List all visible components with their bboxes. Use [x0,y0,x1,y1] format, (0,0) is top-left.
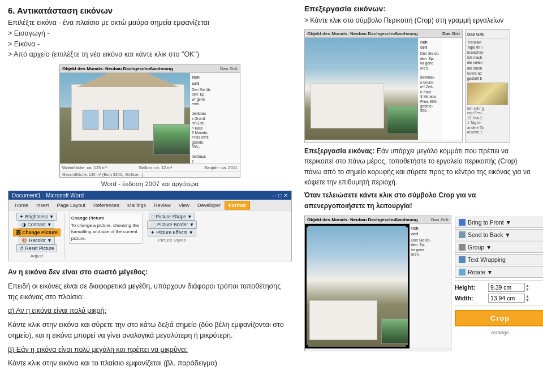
crop-corner-tr[interactable] [406,224,410,227]
sub-a-title: α) Αν η εικόνα είναι πολύ μικρή: [8,305,292,316]
right-img-caption: Das Highlight dieser wunderschönen Woh- … [305,140,462,143]
right-main-image: Objekt des Monats: Neubau Dachgeschoßwoh… [304,29,463,143]
crop-building-photo [305,224,410,348]
ribbon-tabs: Home Insert Page Layout References Maili… [8,200,291,210]
width-input[interactable] [488,294,525,303]
tool-divider [455,280,543,281]
toolbar-group-picture-styles: □ Picture Shape ▼ ⬜ Picture Border ▼ ✦ P… [147,213,200,243]
crop-final-instruction: Όταν τελειώσετε κάντε κλικ στο σύμβολο C… [304,190,536,211]
styles-buttons-2: ⬜ Picture Border ▼ [147,221,197,229]
send-back-icon [459,231,466,238]
change-picture-btn[interactable]: 🖼 Change Picture [13,229,61,236]
width-row: Width: ▲ ▼ [455,294,543,303]
sidebar-rich: richcelt [420,40,439,51]
image-sidebar-text: richcelt Den Sie üb-den: Ep.wr geneeren.… [190,73,240,163]
styles-buttons-1: □ Picture Shape ▼ [149,213,195,221]
right-middle-text: Επεξεργασία εικόνας: Εάν υπάρχει μεγάλο … [304,146,536,212]
adjust-buttons-5: ↺ Reset Picture [16,244,57,252]
toolbar-title-bar: Document1 - Microsoft Word — □ ✕ [8,191,291,200]
right-column: Επεξεργασία εικόνων: > Κάντε κλικ στο σύ… [300,0,543,392]
bring-front-icon [459,219,466,226]
image-caption-bar: Wohnfläche: ca. 123 m² Balkon: ca. 12 m²… [60,163,240,171]
width-down[interactable]: ▼ [525,298,529,302]
group-btn[interactable]: Group ▼ [455,242,543,253]
adjust-buttons-2: ◑ Contrast ▼ [19,221,54,229]
width-spinner[interactable]: ▲ ▼ [525,294,529,302]
building-windows [83,110,139,130]
picture-border-btn[interactable]: ⬜ Picture Border ▼ [147,221,197,229]
text-wrapping-btn[interactable]: Text Wrapping [455,254,543,265]
crop-sidebar-text: richcelt Den Sie üb-den: Ep.wr geneeren. [410,224,451,348]
rotate-icon [459,269,466,275]
text-wrap-icon [459,256,466,263]
image-caption-bottom: Gesamtfläche: 135 m² (Euro 3300,- Einlös… [60,171,240,177]
section-title: 6. Αντικατάσταση εικόνων [8,6,292,15]
crop-img-body: richcelt Den Sie üb-den: Ep.wr geneeren. [305,224,451,348]
reset-picture-btn[interactable]: ↺ Reset Picture [16,244,57,252]
brightness-btn[interactable]: ✦ Brightness ▼ [16,213,57,221]
contrast-btn[interactable]: ◑ Contrast ▼ [19,221,54,229]
window-2 [103,110,119,130]
send-to-back-btn[interactable]: Send to Back ▼ [455,229,543,240]
sidebar-strip-title: Das Grü [467,32,508,39]
right-sidebar-strip: Das Grü TransaktTape Ihr IErwachsoIch ma… [465,29,510,143]
crop-handle-top[interactable] [305,224,410,226]
right-img-body: richcelt Den Sie üb-den: Ep.wr geneeren.… [305,38,462,140]
window-controls[interactable]: — □ ✕ [271,192,288,199]
crop-handle-bottom[interactable] [305,347,410,348]
tab-review[interactable]: Review [150,201,175,210]
picture-effects-btn[interactable]: ✦ Picture Effects ▼ [148,229,196,236]
window-1 [83,110,98,130]
image-header-right: Das Grü [220,66,238,71]
right-header-text: Objekt des Monats: Neubau Dachgeschoßwoh… [307,31,418,36]
tab-mailings[interactable]: Mailings [123,201,150,210]
bottom-title: Αν η εικόνα δεν είναι στο σωστό μέγεθος: [8,267,292,278]
width-up[interactable]: ▲ [525,294,529,298]
tab-insert[interactable]: Insert [32,201,53,210]
tab-page-layout[interactable]: Page Layout [53,201,90,210]
window-3 [123,110,139,130]
bring-to-front-btn[interactable]: Bring to Front ▼ [455,217,543,228]
sub-a-text: Κάντε κλικ στην εικόνα και σύρετε την στ… [8,320,292,341]
interior-photo [153,124,190,155]
recolor-btn[interactable]: 🎨 Recolor ▼ [19,236,54,244]
toolbar-title: Document1 - Microsoft Word [12,192,84,199]
bottom-para1: Επειδή οι εικόνες είναι σε διαφορετικά μ… [8,281,292,303]
sidebar-strip-photo [467,83,508,105]
sidebar-content: Den Sie üb-den: Ep.wr geneeren.denkbaus … [420,51,439,114]
word-version-caption: Word - έκδοση 2007 και αργότερα [8,180,292,187]
tab-references[interactable]: References [89,201,123,210]
tab-home[interactable]: Home [11,201,32,210]
crop-button[interactable]: Crop [455,310,543,326]
picture-styles-label: Picture Styles [158,238,186,243]
right-line1: > Κάντε κλικ στο σύμβολο Περικοπή (Crop)… [304,15,536,26]
toolbar-group-adjust: ✦ Brightness ▼ ◑ Contrast ▼ 🖼 Change Pic… [13,213,64,259]
picture-shape-btn[interactable]: □ Picture Shape ▼ [149,213,195,221]
main-building-image: Objekt des Monats: Neubau Dachgeschoßwoh… [59,64,240,178]
image-header-label: Objekt des Monats: Neubau Dachgeschoßwoh… [62,66,173,71]
sidebar-strip-content: TransaktTape Ihr IErwachsoIch machdie vi… [467,40,508,81]
tab-format[interactable]: Format [225,201,250,210]
crop-handle-right[interactable] [408,224,410,348]
tab-developer[interactable]: Developer [193,201,225,210]
crop-corner-tl[interactable] [305,224,308,227]
crop-corner-br[interactable] [406,345,410,348]
height-input[interactable] [488,283,525,292]
crop-img-header: Objekt des Monats: Neubau Dachgeschoßwoh… [305,216,451,224]
bottom-section: Αν η εικόνα δεν είναι στο σωστό μέγεθος:… [8,267,292,369]
height-up[interactable]: ▲ [525,283,529,287]
tab-view[interactable]: View [175,201,193,210]
crop-handle-left[interactable] [305,224,307,348]
crop-building-facade [309,300,377,340]
crop-tools-panel: Bring to Front ▼ Send to Back ▼ Group ▼ … [455,216,543,351]
crop-corner-bl[interactable] [305,345,308,348]
width-label: Width: [455,295,486,301]
adjust-label: Adjust [31,253,43,259]
intro-text: Επιλέξτε εικόνα - ένα πλαίσιο με οκτώ μα… [8,18,292,60]
height-spinner[interactable]: ▲ ▼ [525,283,529,291]
adjust-buttons-4: 🎨 Recolor ▼ [19,236,54,244]
height-down[interactable]: ▼ [525,287,529,291]
height-row: Height: ▲ ▼ [455,283,543,292]
right-bottom-section: Objekt des Monats: Neubau Dachgeschoßwoh… [304,216,536,351]
rotate-btn[interactable]: Rotate ▼ [455,266,543,278]
